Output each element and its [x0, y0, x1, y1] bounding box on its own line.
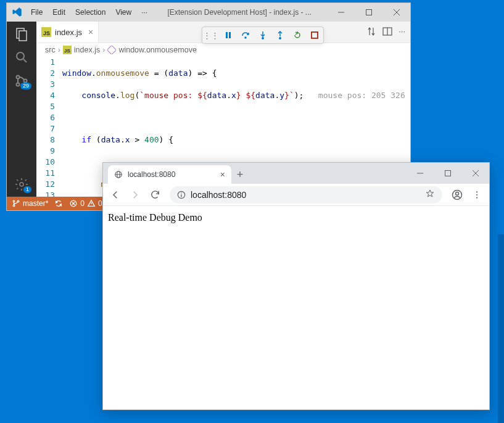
menu-more[interactable]: ··· — [137, 6, 152, 19]
js-file-icon: JS — [63, 46, 72, 54]
tab-close-icon[interactable]: × — [88, 27, 93, 37]
svg-rect-23 — [229, 32, 231, 38]
svg-rect-22 — [226, 32, 228, 38]
chrome-tab-close-icon[interactable]: × — [220, 170, 225, 179]
tab-label: index.js — [55, 28, 82, 37]
svg-rect-29 — [312, 32, 318, 38]
chrome-profile-icon[interactable] — [448, 186, 466, 203]
debug-restart-button[interactable] — [292, 30, 302, 40]
chrome-close-button[interactable] — [461, 163, 489, 184]
settings-gear-icon[interactable]: 1 — [14, 177, 29, 192]
vscode-window-title: [Extension Development Host] - index.js … — [152, 8, 327, 17]
chrome-maximize-button[interactable] — [434, 163, 461, 184]
breadcrumb-file[interactable]: index.js — [74, 46, 100, 54]
svg-point-6 — [17, 52, 24, 60]
svg-point-44 — [476, 197, 477, 198]
chrome-tab[interactable]: localhost:8080 × — [108, 165, 231, 184]
warning-icon — [87, 199, 96, 208]
svg-point-28 — [279, 38, 281, 39]
chrome-window: localhost:8080 × + localhost:8080 Real-t… — [102, 162, 490, 410]
chrome-menu-icon[interactable] — [468, 186, 485, 203]
inline-debug-value: mouse pos: 205 326 — [304, 91, 405, 100]
svg-line-7 — [23, 59, 27, 62]
page-heading: Real-time Debug Demo — [108, 212, 202, 223]
bookmark-star-icon[interactable] — [425, 189, 435, 200]
vscode-close-button[interactable] — [382, 3, 410, 22]
chrome-page-content: Real-time Debug Demo — [103, 206, 489, 409]
settings-badge: 1 — [23, 186, 31, 193]
svg-point-8 — [17, 76, 20, 79]
vscode-maximize-button[interactable] — [355, 3, 382, 22]
svg-point-11 — [20, 183, 23, 186]
status-sync[interactable] — [54, 199, 63, 208]
svg-point-43 — [476, 194, 477, 195]
search-icon[interactable] — [14, 50, 29, 65]
debug-pause-button[interactable] — [223, 30, 233, 40]
breadcrumb[interactable]: src › JS index.js › window.onmousemove — [36, 43, 410, 57]
svg-point-41 — [456, 192, 459, 195]
svg-point-16 — [13, 205, 15, 207]
svg-point-15 — [13, 200, 15, 202]
svg-point-9 — [17, 83, 20, 86]
taskbar-edge — [498, 234, 504, 423]
globe-icon — [114, 170, 123, 179]
vscode-titlebar[interactable]: File Edit Selection View ··· [Extension … — [7, 3, 410, 22]
menu-edit[interactable]: Edit — [48, 6, 70, 19]
symbol-method-icon — [107, 46, 116, 54]
scm-badge: 29 — [20, 83, 31, 89]
breadcrumb-src[interactable]: src — [45, 46, 56, 54]
menu-file[interactable]: File — [27, 6, 47, 19]
js-file-icon: JS — [41, 27, 51, 37]
debug-drag-handle-icon[interactable]: ⋮⋮ — [206, 30, 216, 40]
svg-rect-14 — [107, 46, 116, 54]
editor-more-icon[interactable]: ··· — [399, 27, 405, 38]
explorer-icon[interactable] — [14, 27, 29, 41]
vscode-logo-icon — [12, 7, 23, 18]
sync-icon — [54, 199, 63, 208]
chrome-new-tab-button[interactable]: + — [231, 165, 249, 184]
svg-point-39 — [181, 192, 182, 194]
debug-toolbar[interactable]: ⋮⋮ — [202, 27, 324, 44]
split-editor-icon[interactable] — [382, 27, 392, 38]
vscode-menu: File Edit Selection View ··· — [27, 6, 152, 19]
tab-index-js[interactable]: JS index.js × — [36, 22, 99, 43]
site-info-icon[interactable] — [177, 191, 186, 199]
svg-point-10 — [24, 80, 27, 83]
svg-rect-5 — [19, 31, 27, 41]
chrome-toolbar: localhost:8080 — [103, 184, 489, 206]
status-branch[interactable]: master* — [12, 199, 48, 208]
menu-view[interactable]: View — [111, 6, 136, 19]
debug-step-over-button[interactable] — [241, 30, 250, 40]
vscode-minimize-button[interactable] — [327, 3, 355, 22]
svg-rect-1 — [366, 10, 371, 15]
activity-bar: 29 1 — [7, 22, 36, 197]
line-gutter: 12345678910111213 — [36, 57, 62, 197]
scm-icon[interactable]: 29 — [14, 73, 29, 88]
chrome-back-button[interactable] — [107, 186, 124, 203]
debug-stop-button[interactable] — [310, 30, 320, 40]
chrome-tab-title: localhost:8080 — [128, 170, 175, 179]
debug-step-out-button[interactable] — [275, 30, 285, 40]
chrome-reload-button[interactable] — [146, 186, 163, 203]
svg-point-24 — [245, 37, 246, 38]
chrome-forward-button[interactable] — [126, 186, 144, 203]
chrome-minimize-button[interactable] — [406, 163, 434, 184]
chrome-omnibox[interactable]: localhost:8080 — [170, 186, 442, 203]
error-icon — [69, 199, 78, 208]
svg-point-42 — [476, 191, 477, 192]
debug-step-into-button[interactable] — [258, 30, 268, 40]
status-problems[interactable]: 0 0 — [69, 199, 102, 208]
breadcrumb-symbol[interactable]: window.onmousemove — [118, 46, 196, 54]
compare-changes-icon[interactable] — [366, 27, 376, 38]
svg-point-26 — [262, 38, 263, 39]
svg-rect-34 — [445, 171, 450, 176]
git-branch-icon — [12, 199, 20, 208]
chrome-url: localhost:8080 — [191, 190, 246, 200]
chrome-tabstrip: localhost:8080 × + — [103, 163, 489, 184]
menu-selection[interactable]: Selection — [71, 6, 110, 19]
